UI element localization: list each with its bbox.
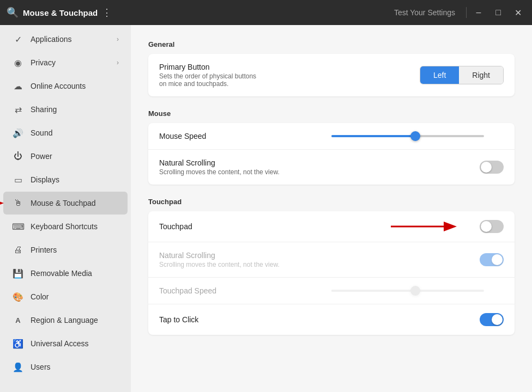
sidebar-item-color[interactable]: 🎨 Color <box>3 285 128 308</box>
keyboard-icon: ⌨ <box>12 220 24 232</box>
mouse-speed-label: Mouse Speed <box>159 132 331 140</box>
touchpad-section-title: Touchpad <box>148 198 515 206</box>
app-title: Mouse & Touchpad <box>23 8 98 17</box>
left-button[interactable]: Left <box>420 66 459 84</box>
sidebar-item-removable-media[interactable]: 💾 Removable Media <box>3 262 128 285</box>
sidebar-item-label: Color <box>31 292 119 301</box>
sidebar-item-label: Online Accounts <box>31 82 119 90</box>
mouse-natural-scrolling-toggle[interactable] <box>480 161 504 174</box>
sidebar-item-label: Universal Access <box>31 339 119 348</box>
sidebar-item-universal-access[interactable]: ♿ Universal Access <box>3 332 128 355</box>
sound-icon: 🔊 <box>12 127 24 139</box>
arrow-icon: › <box>117 35 119 43</box>
online-accounts-icon: ☁ <box>12 80 24 92</box>
touchpad-speed-label: Touchpad Speed <box>159 286 331 295</box>
tap-to-click-row: Tap to Click <box>148 304 515 335</box>
right-button[interactable]: Right <box>459 66 503 84</box>
region-icon: A <box>12 314 24 326</box>
privacy-icon: ◉ <box>12 57 24 69</box>
menu-icon[interactable]: ⋮ <box>102 7 112 19</box>
test-settings-link[interactable]: Test Your Settings <box>394 8 455 17</box>
touchpad-speed-row: Touchpad Speed <box>148 278 515 304</box>
minimize-button[interactable]: – <box>471 5 486 20</box>
mouse-section-title: Mouse <box>148 109 515 118</box>
sidebar-item-region-language[interactable]: A Region & Language <box>3 309 128 332</box>
mouse-natural-scrolling-sublabel: Scrolling moves the content, not the vie… <box>159 168 480 176</box>
sidebar-item-keyboard-shortcuts[interactable]: ⌨ Keyboard Shortcuts <box>3 215 128 238</box>
sharing-icon: ⇄ <box>12 103 24 115</box>
sidebar-item-label: Users <box>31 363 119 371</box>
maximize-button[interactable]: □ <box>491 5 506 20</box>
universal-access-icon: ♿ <box>12 338 24 350</box>
toggle-knob <box>492 254 503 265</box>
sidebar-item-label: Keyboard Shortcuts <box>31 222 119 231</box>
sidebar-item-label: Power <box>31 152 119 161</box>
sidebar-item-mouse-touchpad[interactable]: 🖱 Mouse & Touchpad <box>3 192 128 215</box>
touchpad-card: Touchpad Natural Scrolling <box>148 211 515 335</box>
sidebar-item-label: Applications <box>31 35 117 44</box>
tap-to-click-toggle[interactable] <box>480 313 504 326</box>
sidebar-item-sharing[interactable]: ⇄ Sharing <box>3 98 128 121</box>
color-icon: 🎨 <box>12 291 24 303</box>
mouse-icon: 🖱 <box>12 197 24 209</box>
sidebar: ✓ Applications › ◉ Privacy › ☁ Online Ac… <box>0 25 131 392</box>
touchpad-natural-scrolling-toggle[interactable] <box>480 253 504 266</box>
printers-icon: 🖨 <box>12 244 24 256</box>
sidebar-item-online-accounts[interactable]: ☁ Online Accounts <box>3 75 128 97</box>
power-icon: ⏻ <box>12 150 24 162</box>
sidebar-item-privacy[interactable]: ◉ Privacy › <box>3 51 128 74</box>
toggle-knob <box>481 221 492 232</box>
general-card: Primary Button Sets the order of physica… <box>148 54 515 96</box>
sidebar-item-users[interactable]: 👤 Users <box>3 356 128 378</box>
touchpad-label: Touchpad <box>159 222 480 231</box>
primary-button-sublabel: Sets the order of physical buttonson mic… <box>159 72 420 88</box>
close-button[interactable]: ✕ <box>510 5 525 20</box>
touchpad-natural-scrolling-label: Natural Scrolling <box>159 251 480 260</box>
sidebar-item-label: Sound <box>31 128 119 137</box>
displays-icon: ▭ <box>12 174 24 186</box>
main-content: General Primary Button Sets the order of… <box>131 25 532 392</box>
touchpad-toggle[interactable] <box>480 220 504 233</box>
touchpad-natural-scrolling-row: Natural Scrolling Scrolling moves the co… <box>148 242 515 278</box>
toggle-knob <box>492 314 503 325</box>
search-icon[interactable]: 🔍 <box>7 7 19 19</box>
sidebar-item-applications[interactable]: ✓ Applications › <box>3 28 128 51</box>
mouse-speed-row: Mouse Speed <box>148 123 515 150</box>
sidebar-item-sound[interactable]: 🔊 Sound <box>3 121 128 144</box>
touchpad-speed-slider[interactable] <box>331 290 504 292</box>
mouse-natural-scrolling-label: Natural Scrolling <box>159 158 480 167</box>
sidebar-item-label: Displays <box>31 175 119 184</box>
sidebar-item-label: Privacy <box>31 58 117 67</box>
primary-button-group: Left Right <box>420 66 504 84</box>
primary-button-row: Primary Button Sets the order of physica… <box>148 54 515 96</box>
touchpad-natural-scrolling-sublabel: Scrolling moves the content, not the vie… <box>159 261 480 268</box>
sidebar-item-printers[interactable]: 🖨 Printers <box>3 238 128 261</box>
toggle-knob <box>481 162 492 173</box>
touchpad-toggle-row: Touchpad <box>148 211 515 242</box>
mouse-natural-scrolling-row: Natural Scrolling Scrolling moves the co… <box>148 150 515 185</box>
sidebar-item-label: Mouse & Touchpad <box>31 199 119 207</box>
arrow-icon: › <box>117 59 119 66</box>
general-section-title: General <box>148 40 515 48</box>
removable-media-icon: 💾 <box>12 267 24 279</box>
sidebar-item-label: Removable Media <box>31 269 119 278</box>
sidebar-item-power[interactable]: ⏻ Power <box>3 145 128 168</box>
primary-button-label: Primary Button <box>159 63 420 71</box>
sidebar-item-label: Region & Language <box>31 316 119 324</box>
sidebar-item-label: Printers <box>31 246 119 254</box>
mouse-card: Mouse Speed Natural Scrolling Scrolling … <box>148 123 515 185</box>
sidebar-item-displays[interactable]: ▭ Displays <box>3 168 128 191</box>
applications-icon: ✓ <box>12 33 24 45</box>
tap-to-click-label: Tap to Click <box>159 315 480 324</box>
users-icon: 👤 <box>12 361 24 373</box>
mouse-speed-slider[interactable] <box>331 135 504 137</box>
sidebar-item-label: Sharing <box>31 105 119 114</box>
